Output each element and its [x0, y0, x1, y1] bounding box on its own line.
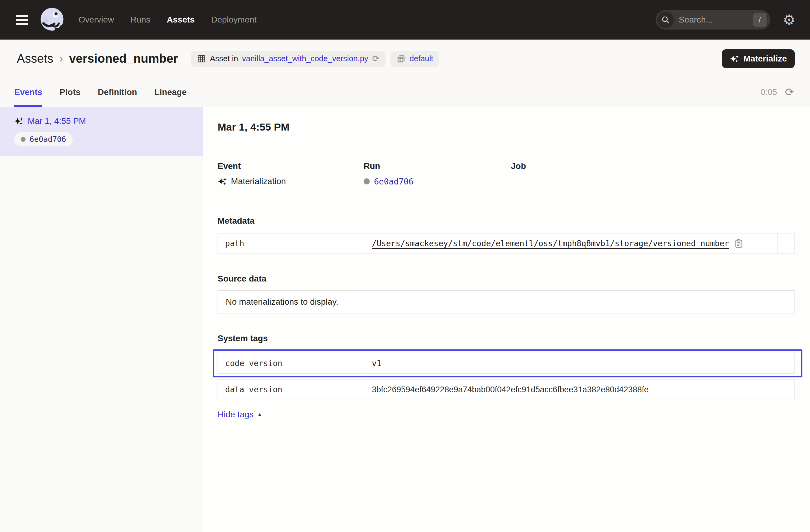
run-label: Run	[363, 161, 511, 171]
metadata-heading: Metadata	[217, 216, 795, 226]
asset-file-link[interactable]: vanilla_asset_with_code_version.py	[242, 54, 368, 63]
tab-events[interactable]: Events	[14, 78, 42, 107]
summary-event-col: Event Materialization	[217, 161, 363, 188]
content-area: Mar 1, 4:55 PM 6e0ad706 Mar 1, 4:55 PM E…	[0, 107, 810, 532]
search-icon	[657, 12, 674, 28]
breadcrumb-assets-link[interactable]: Assets	[17, 52, 53, 65]
metadata-actions-cell	[777, 233, 794, 254]
summary-run-col: Run 6e0ad706	[363, 161, 511, 188]
primary-nav: Overview Runs Assets Deployment	[79, 15, 257, 25]
tag-key-code-version: code_version	[218, 353, 364, 373]
events-sidebar: Mar 1, 4:55 PM 6e0ad706	[0, 107, 203, 532]
search-input[interactable]	[679, 15, 753, 25]
job-label: Job	[511, 161, 795, 171]
asset-tabs: Events Plots Definition Lineage	[14, 78, 187, 107]
gear-icon[interactable]: ⚙	[783, 13, 795, 27]
event-list-item-selected[interactable]: Mar 1, 4:55 PM 6e0ad706	[0, 107, 203, 156]
source-data-empty-box: No materializations to display.	[217, 290, 795, 313]
materialization-sparkle-icon	[14, 116, 23, 126]
tag-key-data-version: data_version	[218, 380, 364, 400]
header-badges: Asset in vanilla_asset_with_code_version…	[191, 51, 439, 67]
search-box[interactable]: /	[656, 10, 770, 30]
materialization-sparkle-icon	[217, 177, 227, 186]
materialize-button[interactable]: Materialize	[722, 49, 795, 68]
source-data-empty-message: No materializations to display.	[226, 297, 338, 306]
tab-definition[interactable]: Definition	[98, 78, 137, 107]
metadata-key-path: path	[218, 233, 364, 254]
event-detail-title: Mar 1, 4:55 PM	[217, 121, 795, 133]
breadcrumb-chevron-icon: ›	[59, 52, 63, 65]
job-empty-value: —	[511, 177, 519, 186]
hide-tags-label: Hide tags	[217, 410, 254, 419]
breadcrumb: Assets › versioned_number	[17, 52, 178, 65]
group-layers-icon	[396, 54, 406, 63]
group-badge: default	[390, 51, 439, 67]
event-type-value: Materialization	[231, 177, 286, 186]
asset-location-prefix: Asset in	[210, 54, 238, 63]
path-link[interactable]: /Users/smackesey/stm/code/elementl/oss/t…	[372, 239, 729, 248]
tabs-row: Events Plots Definition Lineage 0:05 ⟳	[0, 78, 810, 107]
source-data-section: Source data No materializations to displ…	[217, 274, 795, 313]
run-status-dot	[363, 178, 370, 184]
run-id-link[interactable]: 6e0ad706	[30, 135, 66, 144]
top-nav: Overview Runs Assets Deployment / ⚙	[0, 0, 810, 39]
asset-grid-icon	[197, 54, 206, 63]
group-default-link[interactable]: default	[409, 54, 433, 63]
metadata-value-path: /Users/smackesey/stm/code/elementl/oss/t…	[364, 233, 777, 254]
menu-button[interactable]	[16, 15, 28, 25]
tab-lineage[interactable]: Lineage	[154, 78, 187, 107]
nav-link-deployment[interactable]: Deployment	[211, 15, 257, 25]
copy-clipboard-icon[interactable]	[734, 239, 744, 248]
materialize-button-label: Materialize	[743, 54, 787, 64]
hide-tags-link[interactable]: Hide tags ▲	[217, 410, 262, 419]
asset-location-badge: Asset in vanilla_asset_with_code_version…	[191, 51, 386, 67]
metadata-section: Metadata path /Users/smackesey/stm/code/…	[217, 216, 795, 254]
refresh-icon[interactable]: ⟳	[785, 87, 794, 98]
table-row: code_version v1	[217, 353, 795, 374]
refresh-countdown: 0:05	[760, 87, 777, 97]
nav-link-overview[interactable]: Overview	[79, 15, 114, 25]
reload-file-icon[interactable]: ⟳	[372, 54, 379, 63]
nav-link-assets[interactable]: Assets	[167, 15, 195, 25]
run-id-link[interactable]: 6e0ad706	[374, 177, 414, 186]
triangle-up-icon: ▲	[257, 412, 262, 418]
refresh-area: 0:05 ⟳	[760, 78, 794, 107]
summary-job-col: Job —	[511, 161, 795, 188]
detail-divider	[217, 150, 795, 150]
tabs-spacer	[187, 78, 760, 107]
table-row: data_version 3bfc269594ef649228e9a74bab0…	[217, 379, 795, 400]
event-timestamp-link[interactable]: Mar 1, 4:55 PM	[28, 116, 86, 126]
page-header: Assets › versioned_number Asset in vanil…	[0, 39, 810, 78]
page-title: versioned_number	[69, 52, 178, 65]
dagster-logo-icon[interactable]	[38, 6, 66, 33]
event-detail-pane: Mar 1, 4:55 PM Event Materialization Run…	[203, 107, 810, 532]
sparkle-icon	[730, 54, 739, 63]
run-status-dot	[21, 137, 26, 142]
search-shortcut-key: /	[753, 13, 766, 27]
system-tags-section: System tags code_version v1 data_version…	[217, 334, 795, 419]
code-version-highlight-box: code_version v1	[213, 350, 803, 377]
event-label: Event	[217, 161, 363, 171]
tag-value-data-version: 3bfc269594ef649228e9a74bab00f042efc91d5a…	[364, 380, 794, 400]
tab-plots[interactable]: Plots	[60, 78, 80, 107]
run-pill[interactable]: 6e0ad706	[14, 132, 73, 146]
event-summary: Event Materialization Run 6e0ad706 Job —	[217, 161, 795, 188]
metadata-table: path /Users/smackesey/stm/code/elementl/…	[217, 233, 795, 254]
system-tags-heading: System tags	[217, 334, 795, 343]
source-data-heading: Source data	[217, 274, 795, 284]
tag-value-code-version: v1	[364, 353, 794, 373]
nav-link-runs[interactable]: Runs	[131, 15, 150, 25]
